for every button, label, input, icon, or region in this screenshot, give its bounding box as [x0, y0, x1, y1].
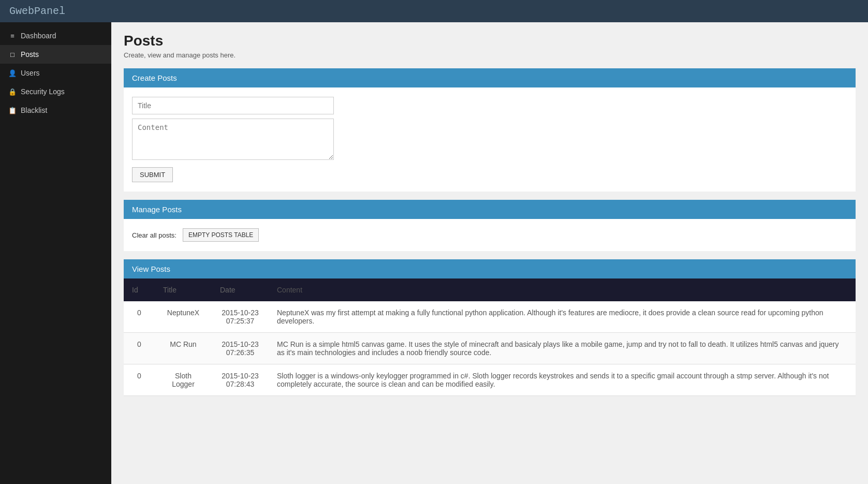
col-header-content: Content — [269, 278, 856, 301]
manage-posts-header: Manage Posts — [124, 200, 856, 219]
view-posts-header: View Posts — [124, 259, 856, 278]
sidebar-item-label: Blacklist — [21, 106, 47, 114]
blacklist-icon: 📋 — [8, 107, 17, 114]
lock-icon: 🔒 — [8, 88, 17, 96]
content-input[interactable] — [132, 119, 334, 160]
cell-date: 2015-10-23 07:28:43 — [212, 364, 269, 396]
cell-id: 0 — [124, 364, 155, 396]
col-header-date: Date — [212, 278, 269, 301]
create-posts-body: SUBMIT — [124, 87, 856, 192]
sidebar-item-blacklist[interactable]: 📋 Blacklist — [0, 101, 111, 120]
sidebar-item-dashboard[interactable]: ≡ Dashboard — [0, 26, 111, 45]
app-title: GwebPanel — [9, 5, 65, 17]
table-row: 0 NeptuneX 2015-10-23 07:25:37 NeptuneX … — [124, 301, 856, 333]
table-row: 0 Sloth Logger 2015-10-23 07:28:43 Sloth… — [124, 364, 856, 396]
main-content: Posts Create, view and manage posts here… — [111, 22, 868, 484]
create-posts-header: Create Posts — [124, 68, 856, 87]
sidebar-item-security-logs[interactable]: 🔒 Security Logs — [0, 82, 111, 101]
posts-table: Id Title Date Content 0 NeptuneX 2015-10… — [124, 278, 856, 396]
cell-content: Sloth logger is a windows-only keylogger… — [269, 364, 856, 396]
cell-title: NeptuneX — [155, 301, 212, 333]
cell-title: MC Run — [155, 333, 212, 364]
col-header-id: Id — [124, 278, 155, 301]
cell-date: 2015-10-23 07:25:37 — [212, 301, 269, 333]
sidebar-item-label: Posts — [21, 50, 39, 58]
title-input[interactable] — [132, 97, 334, 114]
topbar: GwebPanel — [0, 0, 868, 22]
page-subtitle: Create, view and manage posts here. — [124, 51, 856, 59]
posts-icon: □ — [8, 51, 17, 58]
cell-id: 0 — [124, 301, 155, 333]
cell-content: NeptuneX was my first attempt at making … — [269, 301, 856, 333]
cell-id: 0 — [124, 333, 155, 364]
dashboard-icon: ≡ — [8, 32, 17, 40]
cell-date: 2015-10-23 07:26:35 — [212, 333, 269, 364]
sidebar-item-users[interactable]: 👤 Users — [0, 64, 111, 82]
empty-posts-button[interactable]: EMPTY POSTS TABLE — [183, 228, 259, 242]
col-header-title: Title — [155, 278, 212, 301]
table-row: 0 MC Run 2015-10-23 07:26:35 MC Run is a… — [124, 333, 856, 364]
sidebar: ≡ Dashboard □ Posts 👤 Users 🔒 Security L… — [0, 22, 111, 484]
submit-button[interactable]: SUBMIT — [132, 167, 173, 182]
cell-title: Sloth Logger — [155, 364, 212, 396]
page-title: Posts — [124, 33, 856, 49]
posts-table-wrapper: Id Title Date Content 0 NeptuneX 2015-10… — [124, 278, 856, 396]
sidebar-item-posts[interactable]: □ Posts — [0, 45, 111, 64]
users-icon: 👤 — [8, 69, 17, 77]
sidebar-item-label: Users — [21, 69, 40, 77]
posts-table-body: 0 NeptuneX 2015-10-23 07:25:37 NeptuneX … — [124, 301, 856, 396]
manage-posts-body: Clear all posts: EMPTY POSTS TABLE — [124, 219, 856, 251]
clear-label: Clear all posts: — [132, 231, 176, 239]
cell-content: MC Run is a simple html5 canvas game. It… — [269, 333, 856, 364]
table-header-row: Id Title Date Content — [124, 278, 856, 301]
sidebar-item-label: Security Logs — [21, 87, 65, 96]
sidebar-item-label: Dashboard — [21, 32, 56, 40]
